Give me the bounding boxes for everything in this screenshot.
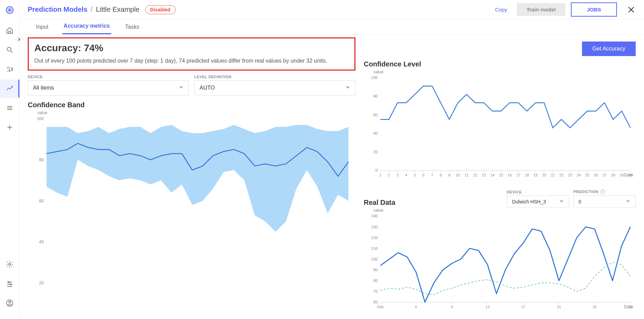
- confidence-level-title: Confidence Level: [364, 60, 636, 68]
- chevron-down-icon: [179, 85, 184, 91]
- svg-text:7: 7: [431, 173, 433, 177]
- tab-accuracy-metrics[interactable]: Accuracy metrics: [62, 23, 111, 34]
- chevron-down-icon: [345, 85, 350, 91]
- svg-text:8: 8: [440, 173, 442, 177]
- svg-text:80: 80: [373, 94, 378, 98]
- svg-text:29: 29: [620, 173, 624, 177]
- svg-text:√x: √x: [7, 70, 10, 73]
- svg-text:70: 70: [373, 289, 378, 293]
- svg-point-9: [9, 263, 11, 265]
- svg-text:100: 100: [371, 75, 378, 80]
- breadcrumb-root[interactable]: Prediction Models: [28, 6, 87, 13]
- svg-text:60: 60: [373, 113, 378, 117]
- svg-text:21: 21: [557, 305, 561, 309]
- svg-text:5: 5: [415, 305, 417, 309]
- svg-text:100: 100: [371, 257, 378, 261]
- svg-text:15: 15: [499, 173, 503, 177]
- svg-text:26: 26: [594, 173, 598, 177]
- svg-text:Date: Date: [624, 304, 633, 309]
- jobs-button[interactable]: JOBS: [571, 2, 617, 17]
- svg-point-13: [10, 284, 11, 285]
- svg-point-1: [7, 47, 11, 51]
- svg-text:28: 28: [611, 173, 615, 177]
- realdata-device-select[interactable]: Dulwich HSH_3: [507, 195, 569, 208]
- svg-text:90: 90: [373, 268, 378, 272]
- nav-filters[interactable]: [0, 275, 19, 293]
- nav-formula[interactable]: √x: [0, 60, 19, 78]
- confidence-level-ylabel: value: [373, 70, 636, 74]
- svg-text:24: 24: [576, 173, 581, 177]
- level-select-value: AUTO: [200, 85, 215, 91]
- close-button[interactable]: [627, 5, 636, 14]
- chevron-down-icon: [559, 199, 564, 204]
- accuracy-summary: Accuracy: 74% Out of every 100 points pr…: [28, 37, 355, 71]
- accuracy-title: Accuracy: 74%: [34, 43, 349, 54]
- level-filter-label: LEVEL DEFINITION: [194, 75, 355, 79]
- svg-text:Feb: Feb: [377, 305, 383, 309]
- svg-text:9: 9: [451, 305, 453, 309]
- svg-text:100: 100: [37, 116, 44, 121]
- nav-add[interactable]: [0, 118, 19, 136]
- confidence-band-title: Confidence Band: [28, 101, 355, 109]
- copy-button[interactable]: Copy: [495, 7, 507, 12]
- svg-text:5: 5: [414, 173, 416, 177]
- realdata-prediction-label: PREDICTION i: [573, 189, 636, 194]
- confidence-level-chart: 0204060801001234567891011121314151617181…: [364, 74, 636, 184]
- accuracy-subtitle: Out of every 100 points predicted over 7…: [34, 58, 349, 64]
- svg-text:17: 17: [521, 305, 525, 309]
- realdata-prediction-select[interactable]: 0: [573, 195, 636, 208]
- svg-text:40: 40: [39, 239, 44, 244]
- real-data-ylabel: value: [373, 208, 636, 213]
- nav-search[interactable]: [0, 41, 19, 59]
- nav-predictions[interactable]: [0, 80, 19, 98]
- info-icon[interactable]: i: [600, 189, 605, 194]
- device-select-value: All items: [33, 85, 54, 91]
- breadcrumb: Prediction Models / Little Example: [28, 6, 140, 13]
- svg-text:16: 16: [508, 173, 512, 177]
- get-accuracy-button[interactable]: Get Accuracy: [582, 42, 636, 56]
- svg-text:25: 25: [593, 305, 597, 309]
- svg-text:25: 25: [585, 173, 589, 177]
- svg-text:Date: Date: [624, 173, 633, 177]
- svg-text:2: 2: [388, 173, 390, 177]
- svg-text:13: 13: [485, 305, 489, 309]
- device-select[interactable]: All items: [28, 80, 189, 95]
- nav-settings[interactable]: [0, 255, 19, 273]
- nav-profile[interactable]: [0, 294, 19, 312]
- realdata-device-value: Dulwich HSH_3: [512, 199, 546, 204]
- svg-line-2: [10, 51, 12, 53]
- svg-text:13: 13: [482, 173, 486, 177]
- svg-text:1: 1: [379, 173, 381, 177]
- svg-text:17: 17: [516, 173, 520, 177]
- level-select[interactable]: AUTO: [194, 80, 355, 95]
- real-data-chart: 60708090100110120130140Feb591317212529Da…: [364, 213, 636, 316]
- realdata-device-label: DEVICE: [507, 190, 569, 194]
- svg-text:27: 27: [602, 173, 607, 177]
- train-model-button[interactable]: Train model: [517, 3, 565, 16]
- realdata-prediction-value: 0: [579, 199, 581, 204]
- tabs: Input Accuracy metrics Tasks: [19, 19, 644, 35]
- topbar: Prediction Models / Little Example Disab…: [19, 0, 644, 19]
- tab-tasks[interactable]: Tasks: [124, 24, 141, 34]
- real-data-title: Real Data: [364, 199, 500, 207]
- svg-text:120: 120: [371, 236, 378, 240]
- nav-list[interactable]: [0, 99, 19, 117]
- svg-text:130: 130: [371, 225, 378, 229]
- svg-text:12: 12: [473, 173, 477, 177]
- svg-text:19: 19: [533, 173, 538, 177]
- svg-text:20: 20: [39, 281, 44, 285]
- svg-text:20: 20: [373, 150, 378, 154]
- tab-input[interactable]: Input: [35, 24, 50, 34]
- svg-text:6: 6: [422, 173, 424, 177]
- svg-text:9: 9: [448, 173, 450, 177]
- svg-text:110: 110: [371, 246, 378, 250]
- svg-text:21: 21: [551, 173, 555, 177]
- svg-text:3: 3: [397, 173, 399, 177]
- expand-rail-button[interactable]: [16, 36, 23, 43]
- svg-text:0: 0: [376, 168, 378, 172]
- svg-text:23: 23: [568, 173, 572, 177]
- chevron-down-icon: [626, 199, 630, 204]
- svg-text:60: 60: [373, 300, 378, 304]
- svg-point-11: [8, 282, 9, 283]
- svg-text:4: 4: [405, 173, 407, 177]
